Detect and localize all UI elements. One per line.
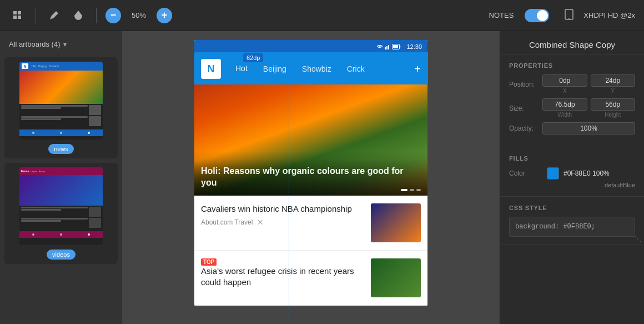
opacity-fields <box>542 122 635 134</box>
add-tab-button[interactable]: + <box>414 63 421 76</box>
news-item-2-title: Asia's worst refugee crisis in recent ye… <box>201 266 366 287</box>
device-icon <box>565 9 573 22</box>
svg-rect-0 <box>13 11 17 14</box>
fill-row: Color: #0F88E0 100% <box>509 167 635 180</box>
tab-crick[interactable]: Crick <box>339 53 373 84</box>
position-y-label: Y <box>611 88 615 94</box>
news-item-2-content: TOP Asia's worst refugee crisis in recen… <box>201 258 366 291</box>
news-label: news <box>48 144 74 154</box>
position-fields: X Y <box>542 74 635 94</box>
zoom-level: 50% <box>128 11 150 19</box>
tab-showbiz[interactable]: Showbiz <box>294 53 339 84</box>
news-item-1-content: Cavaliers win historic NBA championship … <box>201 203 366 227</box>
svg-rect-2 <box>13 16 17 19</box>
chevron-down-icon: ▾ <box>63 41 67 48</box>
opacity-input[interactable] <box>542 122 635 134</box>
dot-2 <box>410 189 414 191</box>
hero-image: Holi: Reasons why organic colours are go… <box>194 84 427 196</box>
position-x-group: X <box>542 74 587 94</box>
artboard-frame: 62dp <box>194 40 427 306</box>
size-w-group: Width <box>542 98 587 118</box>
position-y-group: Y <box>591 74 636 94</box>
sidebar-item-news[interactable]: N Hot Beijing Showbiz <box>4 57 118 158</box>
status-bar: 12:30 <box>194 40 427 53</box>
position-y-input[interactable] <box>591 74 636 87</box>
hero-dots <box>401 189 421 191</box>
main-layout: All artboards (4) ▾ N Hot Beijing Showbi… <box>0 31 644 324</box>
news-item-1-source: About.com Travel ✕ <box>201 218 366 227</box>
hero-title: Holi: Reasons why organic colours are go… <box>201 166 421 189</box>
canvas[interactable]: 62dp <box>122 31 500 324</box>
grid-icon[interactable] <box>9 7 27 24</box>
sidebar-header[interactable]: All artboards (4) ▾ <box>4 38 118 53</box>
size-row: Size: Width Height <box>509 98 635 118</box>
news-thumb-content: N Hot Beijing Showbiz <box>19 62 103 139</box>
dot-1 <box>401 189 407 191</box>
fill-hex-value: #0F88E0 100% <box>564 170 635 177</box>
top-tag: TOP <box>201 258 217 266</box>
pencil-icon[interactable] <box>45 7 63 24</box>
right-panel: Combined Shape Copy PROPERTIES Position:… <box>500 31 644 324</box>
sidebar-item-videos[interactable]: Movie Drama Action <box>4 163 118 264</box>
position-label: Position: <box>509 81 542 88</box>
close-icon-1[interactable]: ✕ <box>257 218 264 227</box>
svg-rect-9 <box>390 44 390 49</box>
app-bar: N Hot Beijing Showbiz Crick + <box>194 53 427 84</box>
news-item-2-thumb <box>371 258 421 297</box>
position-row: Position: X Y <box>509 74 635 94</box>
notes-label: NOTES <box>489 11 514 19</box>
panel-title: Combined Shape Copy <box>500 31 644 54</box>
device-label: XHDPI HD @2x <box>583 11 635 19</box>
size-h-group: Height <box>591 98 636 118</box>
size-width-input[interactable] <box>542 98 587 111</box>
svg-rect-11 <box>393 45 398 48</box>
notes-toggle[interactable] <box>525 9 549 22</box>
divider-1 <box>36 8 36 23</box>
dimension-label: 62dp <box>243 53 263 62</box>
fill-color-swatch[interactable] <box>547 167 559 180</box>
signal-icon <box>385 44 390 49</box>
svg-rect-6 <box>385 47 386 49</box>
dot-3 <box>416 189 421 191</box>
svg-rect-1 <box>18 11 21 14</box>
battery-icon <box>392 44 401 49</box>
size-h-label: Height <box>605 112 621 118</box>
properties-section: PROPERTIES Position: X Y Size: <box>500 54 644 147</box>
position-x-label: X <box>563 88 567 94</box>
size-w-label: Width <box>557 112 572 118</box>
news-item-2[interactable]: TOP Asia's worst refugee crisis in recen… <box>194 251 427 306</box>
size-label: Size: <box>509 104 542 112</box>
svg-point-5 <box>568 18 570 19</box>
videos-thumb-content: Movie Drama Action <box>19 167 103 245</box>
fills-label: FILLS <box>509 155 635 162</box>
status-icons <box>376 44 401 49</box>
sidebar: All artboards (4) ▾ N Hot Beijing Showbi… <box>0 31 122 324</box>
css-style-label: CSS STYLE <box>509 205 635 211</box>
status-time: 12:30 <box>406 43 422 50</box>
fill-default-label: defaultBlue <box>509 182 635 188</box>
toggle-thumb <box>537 10 548 21</box>
videos-thumbnail: Movie Drama Action <box>19 167 103 245</box>
opacity-label: Opacity: <box>509 124 542 132</box>
svg-rect-7 <box>386 46 388 49</box>
fill-color-label: Color: <box>509 170 542 177</box>
position-x-input[interactable] <box>542 74 587 87</box>
artboards-label: All artboards (4) <box>9 40 60 48</box>
css-code-block[interactable]: background: #0F88E0; <box>509 217 635 237</box>
zoom-in-button[interactable]: + <box>157 8 172 23</box>
size-fields: Width Height <box>542 98 635 118</box>
news-item-1-title: Cavaliers win historic NBA championship <box>201 203 366 215</box>
resize-handle[interactable]: ⋱ <box>634 235 642 243</box>
hero-overlay: Holi: Reasons why organic colours are go… <box>194 159 427 196</box>
zoom-out-button[interactable]: − <box>105 8 121 23</box>
divider-2 <box>96 8 97 23</box>
app-logo: N <box>201 59 221 79</box>
wifi-icon <box>376 44 383 49</box>
svg-rect-8 <box>388 45 389 49</box>
size-height-input[interactable] <box>591 98 636 111</box>
news-item-1[interactable]: Cavaliers win historic NBA championship … <box>194 196 427 251</box>
news-item-1-thumb <box>371 203 421 242</box>
svg-rect-3 <box>18 16 21 19</box>
droplet-icon[interactable] <box>69 7 87 24</box>
properties-label: PROPERTIES <box>509 62 635 69</box>
